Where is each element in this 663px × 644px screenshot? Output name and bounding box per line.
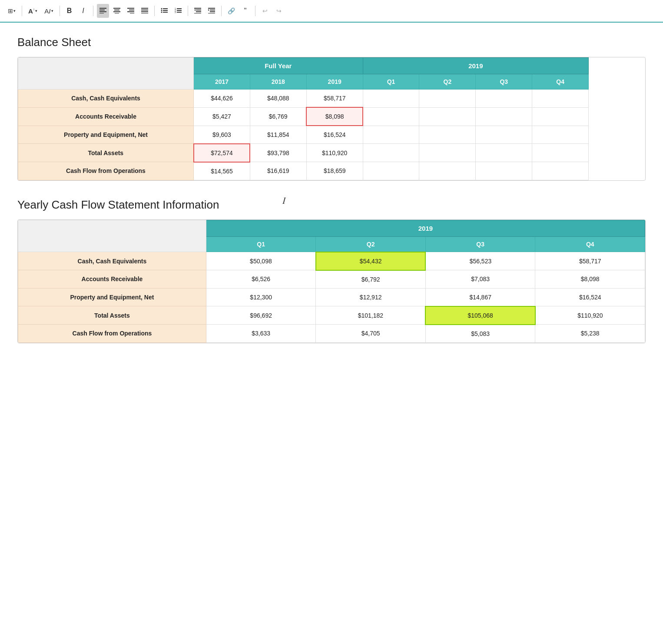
bs-row-1-2019[interactable]: $8,098 [306,107,363,126]
svg-rect-33 [208,8,215,9]
cf-row-1-q3[interactable]: $7,083 [425,270,535,289]
bs-row-3-q4[interactable] [532,144,589,162]
bs-row-4-2018[interactable]: $16,619 [250,162,306,180]
bs-row-3-q3[interactable] [476,144,532,162]
bs-row-1-q2[interactable] [419,107,476,126]
table-icon: ⊞ [8,7,13,14]
svg-marker-37 [208,9,209,11]
bs-row-label-0: Cash, Cash Equivalents [18,90,194,108]
bs-row-4-q3[interactable] [476,162,532,180]
cf-row-2-q2[interactable]: $12,912 [316,288,426,306]
bs-row-1-2018[interactable]: $6,769 [250,107,306,126]
undo-btn[interactable]: ↩ [259,4,271,18]
svg-text:3.: 3. [175,11,176,13]
list-numbered-btn[interactable]: 1. 2. 3. [172,4,184,18]
bs-row-0-q1[interactable] [363,90,419,108]
bs-row-3-2019[interactable]: $110,920 [306,144,363,162]
cf-row-label-0: Cash, Cash Equivalents [18,252,206,270]
toolbar: ⊞ ▾ A↑ ▾ AI ▾ B I [0,0,663,23]
bs-row-0-q3[interactable] [476,90,532,108]
bs-row-1-q3[interactable] [476,107,532,126]
bs-row-4-2019[interactable]: $18,659 [306,162,363,180]
svg-rect-5 [114,10,119,10]
cf-row-3-q1[interactable]: $96,692 [206,306,316,325]
cf-row-3-q4[interactable]: $110,920 [535,306,645,325]
align-center-btn[interactable] [111,4,123,18]
bold-btn[interactable]: B [63,4,76,18]
bs-row-4-q2[interactable] [419,162,476,180]
table-btn[interactable]: ⊞ ▾ [5,4,18,18]
bs-row-1-q4[interactable] [532,107,589,126]
cf-row-1-q2[interactable]: $6,792 [316,270,426,289]
font-size-btn[interactable]: A↑ ▾ [26,4,40,18]
svg-rect-4 [113,8,120,9]
cf-row-4-q3[interactable]: $5,083 [425,325,535,343]
bs-row-0-2019[interactable]: $58,717 [306,90,363,108]
balance-sheet-table: Full Year 2019 2017 2018 2019 Q1 Q2 Q3 Q… [18,57,645,180]
svg-marker-32 [194,9,196,11]
bs-row-4-q1[interactable] [363,162,419,180]
svg-rect-8 [127,8,134,9]
cf-row-2-q1[interactable]: $12,300 [206,288,316,306]
bs-row-2-2017[interactable]: $9,603 [194,126,250,144]
separator-6 [221,6,222,16]
link-btn[interactable]: 🔗 [225,4,238,18]
cf-row-0-q4[interactable]: $58,717 [535,252,645,270]
indent-less-btn[interactable] [206,4,218,18]
bs-row-1-q1[interactable] [363,107,419,126]
bs-col-2017: 2017 [194,74,250,90]
indent-more-btn[interactable] [192,4,204,18]
align-right-btn[interactable] [125,4,137,18]
bs-row-3-q2[interactable] [419,144,476,162]
cash-flow-table: 2019 Q1 Q2 Q3 Q4 Cash, Cash Equivalents$… [18,220,645,343]
bs-full-year-header: Full Year [194,58,363,74]
cf-row-4-q4[interactable]: $5,238 [535,325,645,343]
cf-row-4-q1[interactable]: $3,633 [206,325,316,343]
bs-row-4-2017[interactable]: $14,565 [194,162,250,180]
font-style-btn[interactable]: AI ▾ [42,4,56,18]
cf-row-2-q3[interactable]: $14,867 [425,288,535,306]
cf-row-1-q1[interactable]: $6,526 [206,270,316,289]
bs-row-2-2019[interactable]: $16,524 [306,126,363,144]
cf-row-2-q4[interactable]: $16,524 [535,288,645,306]
cf-row-0-q1[interactable]: $50,098 [206,252,316,270]
bs-row-3-q1[interactable] [363,144,419,162]
balance-sheet-title: Balance Sheet [17,36,646,49]
separator-7 [255,6,255,16]
bs-row-2-2018[interactable]: $11,854 [250,126,306,144]
quote-btn[interactable]: " [239,4,252,18]
svg-rect-21 [163,12,168,13]
cf-row-4-q2[interactable]: $4,705 [316,325,426,343]
bs-col-2018: 2018 [250,74,306,90]
cf-row-label-1: Accounts Receivable [18,270,206,289]
bs-row-4-q4[interactable] [532,162,589,180]
bs-row-2-q4[interactable] [532,126,589,144]
list-bullet-btn[interactable] [158,4,170,18]
bs-row-0-q4[interactable] [532,90,589,108]
bs-row-2-q2[interactable] [419,126,476,144]
svg-point-16 [161,8,162,9]
cf-row-3-q2[interactable]: $101,182 [316,306,426,325]
svg-rect-15 [141,13,148,13]
cf-2019-header: 2019 [206,220,645,236]
cf-row-1-q4[interactable]: $8,098 [535,270,645,289]
align-left-btn[interactable] [97,4,109,18]
bs-row-1-2017[interactable]: $5,427 [194,107,250,126]
cf-corner-cell [18,220,206,252]
redo-btn[interactable]: ↪ [273,4,285,18]
align-justify-btn[interactable] [139,4,151,18]
align-left-icon [99,7,106,15]
bs-row-2-q3[interactable] [476,126,532,144]
bs-row-3-2018[interactable]: $93,798 [250,144,306,162]
bs-col-2019: 2019 [306,74,363,90]
bs-row-0-q2[interactable] [419,90,476,108]
cf-row-0-q2[interactable]: $54,432 [316,252,426,270]
bs-row-0-2017[interactable]: $44,626 [194,90,250,108]
italic-btn[interactable]: I [77,4,90,18]
cf-row-0-q3[interactable]: $56,523 [425,252,535,270]
bs-row-2-q1[interactable] [363,126,419,144]
bs-row-0-2018[interactable]: $48,088 [250,90,306,108]
text-cursor: 𝐼 [282,196,285,206]
cf-row-3-q3[interactable]: $105,068 [425,306,535,325]
bs-row-3-2017[interactable]: $72,574 [194,144,250,162]
